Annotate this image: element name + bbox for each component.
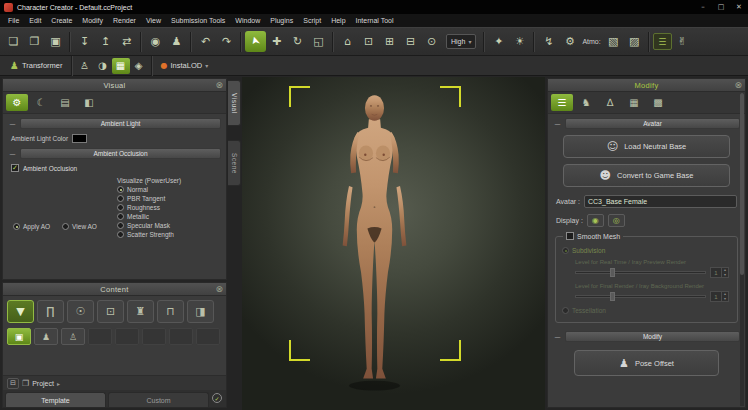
quality-dropdown[interactable]: High ▾ <box>446 34 476 49</box>
pose-tool-button[interactable]: ♙ <box>76 58 94 74</box>
visualize-option-specular-mask[interactable]: Specular Mask <box>117 222 222 229</box>
expand-view-button[interactable]: ⊞ <box>379 31 400 52</box>
menu-edit[interactable]: Edit <box>24 17 46 24</box>
menu-file[interactable]: File <box>3 17 24 24</box>
load-neutral-base-button[interactable]: ☺ Load Neutral Base <box>563 135 730 158</box>
viewport-3d[interactable] <box>242 77 545 410</box>
character-category-icon[interactable]: ∏ <box>37 300 64 323</box>
tree-toggle-icon[interactable]: ⊟ <box>7 378 19 389</box>
open-project-button[interactable]: ❐ <box>24 31 45 52</box>
level-preview-spinner[interactable]: 1 ▴ ▾ <box>710 267 729 278</box>
section-header[interactable]: Ambient Occlusion <box>20 148 221 159</box>
atmo-toggle-b-button[interactable]: ▨ <box>624 31 645 52</box>
tab-scene[interactable]: Scene <box>228 140 241 186</box>
cloth-category-icon[interactable]: ▼ <box>7 300 34 323</box>
collapse-icon[interactable]: — <box>553 120 562 127</box>
home-view-button[interactable]: ⌂ <box>337 31 358 52</box>
subdivision-radio[interactable]: Subdivision <box>562 247 731 254</box>
rotate-tool-button[interactable]: ↻ <box>287 31 308 52</box>
move-tool-button[interactable]: ✚ <box>266 31 287 52</box>
furniture-category-icon[interactable]: ♜ <box>127 300 154 323</box>
light-button[interactable]: ✦ <box>488 31 509 52</box>
smooth-mesh-checkbox[interactable] <box>566 232 574 240</box>
sun-brightness-button[interactable]: ☀ <box>509 31 530 52</box>
prop-category-icon[interactable]: ⊓ <box>157 300 184 323</box>
background-settings-tab-icon[interactable]: ▤ <box>54 94 76 111</box>
ambient-light-color-swatch[interactable] <box>72 134 87 143</box>
tab-visual[interactable]: Visual <box>228 80 241 126</box>
confirm-icon[interactable]: ✓ <box>212 393 222 403</box>
save-project-button[interactable]: ▣ <box>45 31 66 52</box>
hand-tool-button[interactable]: ✌ <box>672 31 693 52</box>
export-button[interactable]: ↥ <box>95 31 116 52</box>
character-model[interactable] <box>332 88 417 400</box>
shadow-settings-tab-icon[interactable]: ☾ <box>30 94 52 111</box>
avatar-name-field[interactable]: CC3_Base Female <box>584 195 737 208</box>
redo-button[interactable]: ↷ <box>216 31 237 52</box>
instalod-button[interactable]: ● InstaLOD ▾ <box>156 61 214 70</box>
menu-internal-tool[interactable]: Internal Tool <box>351 17 399 24</box>
preview-character-button[interactable]: ♟ <box>166 31 187 52</box>
select-tool-button[interactable]: ➤ <box>245 31 266 52</box>
actor-items-icon[interactable]: ♟ <box>34 328 58 345</box>
accessory-category-icon[interactable]: ⊡ <box>97 300 124 323</box>
render-image-button[interactable]: ◉ <box>145 31 166 52</box>
level-final-slider[interactable] <box>575 295 706 298</box>
spin-down-icon[interactable]: ▾ <box>722 273 728 278</box>
collapse-icon[interactable]: — <box>553 333 562 340</box>
convert-to-game-base-button[interactable]: ☻ Convert to Game Base <box>563 164 730 187</box>
collapse-view-button[interactable]: ⊟ <box>400 31 421 52</box>
proportion-tab-icon[interactable]: ∆ <box>599 94 621 111</box>
mesh-edit-tool-button[interactable]: ▦ <box>112 58 130 74</box>
menu-render[interactable]: Render <box>108 17 141 24</box>
modify-scrollbar[interactable] <box>740 93 744 406</box>
eye-outline-icon[interactable]: ◎ <box>608 214 625 227</box>
menu-plugins[interactable]: Plugins <box>265 17 298 24</box>
adjust-panel-button[interactable]: ☰ <box>653 33 672 50</box>
scale-tool-button[interactable]: ◱ <box>308 31 329 52</box>
breadcrumb-label[interactable]: Project <box>32 380 54 387</box>
menu-view[interactable]: View <box>141 17 166 24</box>
section-header[interactable]: Avatar <box>565 118 740 129</box>
section-header[interactable]: Ambient Light <box>20 118 221 129</box>
tab-custom[interactable]: Custom <box>108 392 209 407</box>
camera-button[interactable]: ⊙ <box>421 31 442 52</box>
pose-offset-button[interactable]: ♟ Pose Offset <box>574 350 719 376</box>
uv-tool-button[interactable]: ◈ <box>130 58 148 74</box>
collapse-icon[interactable]: — <box>8 120 17 127</box>
slider-thumb[interactable] <box>610 292 615 301</box>
pack-project-button[interactable]: ⇄ <box>116 31 137 52</box>
ambient-occlusion-checkbox[interactable]: ✓ <box>11 164 19 172</box>
menu-submission-tools[interactable]: Submission Tools <box>166 17 230 24</box>
breadcrumb-caret-icon[interactable]: ▸ <box>57 380 60 387</box>
menu-script[interactable]: Script <box>298 17 326 24</box>
fit-view-button[interactable]: ⊡ <box>358 31 379 52</box>
tessellation-radio[interactable]: Tessellation <box>562 307 731 314</box>
visualize-option-roughness[interactable]: Roughness <box>117 204 222 211</box>
project-items-icon[interactable]: ▣ <box>7 328 31 345</box>
menu-create[interactable]: Create <box>46 17 77 24</box>
minimize-button[interactable]: – <box>694 0 712 14</box>
collapse-icon[interactable]: — <box>8 150 17 157</box>
effects-button[interactable]: ↯ <box>538 31 559 52</box>
menu-window[interactable]: Window <box>230 17 265 24</box>
visualize-option-scatter-strength[interactable]: Scatter Strength <box>117 231 222 238</box>
actor-plus-items-icon[interactable]: ♙ <box>61 328 85 345</box>
slider-thumb[interactable] <box>610 268 615 277</box>
modify-avatar-tab-icon[interactable]: ☰ <box>551 94 573 111</box>
appearance-tool-button[interactable]: ◑ <box>94 58 112 74</box>
visualize-option-pbr-tangent[interactable]: PBR Tangent <box>117 195 222 202</box>
close-button[interactable]: ✕ <box>730 0 748 14</box>
import-button[interactable]: ↧ <box>74 31 95 52</box>
menu-modify[interactable]: Modify <box>77 17 108 24</box>
material-tab-icon[interactable]: ▦ <box>623 94 645 111</box>
tab-template[interactable]: Template <box>5 392 106 407</box>
close-panel-icon[interactable]: ⊗ <box>215 284 223 294</box>
section-header[interactable]: Modify <box>565 331 740 342</box>
atmo-toggle-a-button[interactable]: ▧ <box>603 31 624 52</box>
shoe-category-icon[interactable]: ☉ <box>67 300 94 323</box>
level-final-spinner[interactable]: 1 ▴ ▾ <box>710 291 729 302</box>
scrollbar-thumb[interactable] <box>740 93 744 275</box>
close-panel-icon[interactable]: ⊗ <box>734 80 742 90</box>
modify-panel-header[interactable]: Modify ⊗ <box>548 79 745 92</box>
